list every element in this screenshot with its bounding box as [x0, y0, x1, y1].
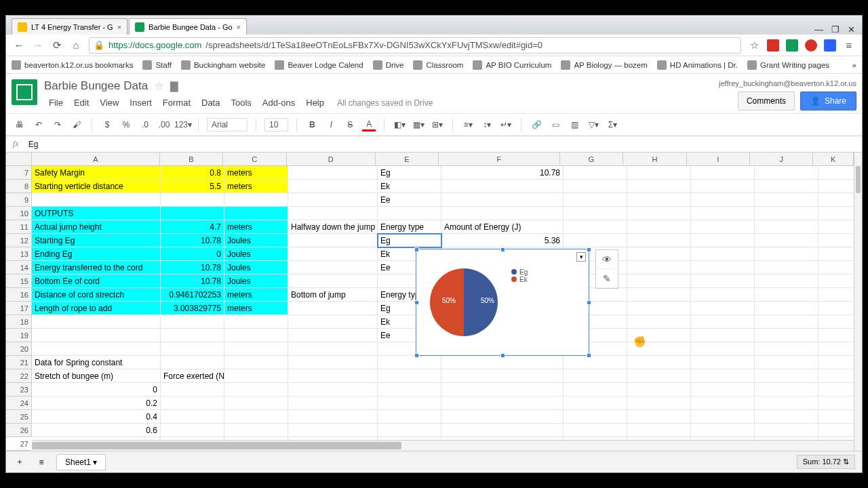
- merge-icon[interactable]: ⊞▾: [431, 118, 444, 131]
- col-header[interactable]: B: [160, 152, 223, 165]
- maximize-icon[interactable]: ❐: [831, 24, 840, 35]
- cell-D11[interactable]: Halfway down the jump: [288, 220, 378, 234]
- star-icon[interactable]: ☆: [155, 80, 163, 92]
- fill-icon[interactable]: ◧▾: [393, 118, 406, 131]
- resize-handle[interactable]: [587, 353, 591, 358]
- col-header[interactable]: E: [376, 152, 439, 165]
- row-header[interactable]: 11: [6, 220, 31, 234]
- user-email[interactable]: jeffrey_buckingham@beaverton.k12.or.us: [719, 79, 856, 87]
- row-header[interactable]: 27: [6, 437, 31, 451]
- ext-icon[interactable]: [786, 39, 798, 52]
- row-header[interactable]: 8: [6, 180, 31, 193]
- bookmark-item[interactable]: AP Biology — bozem: [561, 60, 647, 70]
- bookmark-item[interactable]: HD Animations | Dr.: [657, 60, 738, 70]
- cell-B17[interactable]: 3.003829775: [161, 302, 224, 315]
- menu-format[interactable]: Format: [158, 96, 195, 110]
- cell-B22[interactable]: Force exerted (N): [161, 369, 224, 383]
- cell-B14[interactable]: 10.78: [161, 261, 224, 274]
- row-header[interactable]: 19: [6, 329, 31, 342]
- menu-tools[interactable]: Tools: [226, 96, 256, 110]
- menu-view[interactable]: View: [95, 96, 123, 110]
- quickview-icon[interactable]: 👁: [596, 250, 618, 269]
- cell-A22[interactable]: Stretch of bungee (m): [32, 369, 161, 383]
- link-icon[interactable]: 🔗: [530, 118, 543, 131]
- cell-C14[interactable]: Joules: [224, 261, 288, 274]
- select-all-corner[interactable]: [6, 152, 32, 166]
- cell-A21[interactable]: Data for Spring constant: [32, 356, 161, 369]
- cell-C15[interactable]: Joules: [224, 274, 288, 288]
- sheet-tab[interactable]: Sheet1 ▾: [56, 454, 106, 470]
- vertical-scrollbar[interactable]: [854, 152, 862, 451]
- textcolor-icon[interactable]: A: [362, 118, 376, 131]
- star-icon[interactable]: ☆: [748, 39, 760, 52]
- filter-icon[interactable]: ▽▾: [587, 118, 600, 131]
- row-header[interactable]: 15: [6, 274, 31, 288]
- bookmark-item[interactable]: Staff: [142, 60, 171, 70]
- cell-C7[interactable]: meters: [224, 166, 288, 180]
- font-select[interactable]: Arial: [207, 118, 248, 131]
- close-window-icon[interactable]: ✕: [848, 24, 855, 35]
- cell-F7[interactable]: 10.78: [441, 166, 564, 180]
- bookmark-item[interactable]: Classroom: [413, 60, 463, 70]
- bookmark-item[interactable]: Drive: [373, 60, 404, 70]
- undo-icon[interactable]: ↶: [32, 118, 45, 131]
- chart-icon[interactable]: ▥: [568, 118, 581, 131]
- row-header[interactable]: 16: [6, 288, 31, 302]
- browser-tab[interactable]: Barbie Bungee Data - Go ×: [129, 18, 247, 35]
- cell-A23[interactable]: 0: [32, 383, 161, 396]
- cell-C16[interactable]: meters: [224, 288, 288, 302]
- close-icon[interactable]: ×: [117, 23, 121, 31]
- folder-icon[interactable]: ▇: [170, 80, 178, 92]
- cell-D16[interactable]: Bottom of jump: [288, 288, 378, 302]
- row-header[interactable]: 23: [6, 383, 31, 396]
- cell-C17[interactable]: meters: [224, 302, 288, 315]
- bookmark-item[interactable]: beaverton.k12.or.us bookmarks: [12, 60, 133, 70]
- column-headers[interactable]: ABCDEFGHIJK: [32, 152, 854, 166]
- menu-file[interactable]: File: [44, 96, 68, 110]
- cell-E7[interactable]: Eg: [378, 166, 441, 180]
- row-header[interactable]: 14: [6, 261, 31, 274]
- italic-icon[interactable]: I: [324, 118, 338, 131]
- cell-F11[interactable]: Amount of Energy (J): [441, 220, 564, 234]
- cell-A12[interactable]: Starting Eg: [32, 234, 161, 247]
- comments-button[interactable]: Comments: [738, 92, 795, 110]
- cell-A13[interactable]: Ending Eg: [32, 247, 161, 261]
- cell-A26[interactable]: 0.6: [32, 424, 161, 437]
- edit-chart-icon[interactable]: ✎: [596, 269, 618, 288]
- cell-B13[interactable]: 0: [161, 247, 224, 261]
- resize-handle[interactable]: [587, 300, 591, 305]
- row-header[interactable]: 22: [6, 369, 31, 383]
- row-header[interactable]: 9: [6, 193, 31, 207]
- percent-icon[interactable]: %: [119, 118, 133, 131]
- col-header[interactable]: D: [287, 152, 376, 165]
- menu-data[interactable]: Data: [197, 96, 224, 110]
- row-header[interactable]: 24: [6, 396, 31, 410]
- strike-icon[interactable]: S: [343, 118, 357, 131]
- add-sheet-icon[interactable]: ＋: [13, 455, 26, 469]
- chart-object[interactable]: ▾ EgEk 👁 ✎ 50%50%: [416, 249, 589, 356]
- browser-tab[interactable]: LT 4 Energy Transfer - G ×: [12, 18, 127, 35]
- functions-icon[interactable]: Σ▾: [606, 118, 619, 131]
- row-header[interactable]: 17: [6, 302, 31, 315]
- ext-icon[interactable]: [824, 39, 836, 52]
- cell-A25[interactable]: 0.4: [32, 410, 161, 424]
- col-header[interactable]: H: [623, 152, 686, 165]
- cell-B12[interactable]: 10.78: [161, 234, 224, 247]
- cell-C13[interactable]: Joules: [224, 247, 288, 261]
- col-header[interactable]: J: [750, 152, 813, 165]
- forward-icon[interactable]: →: [32, 39, 44, 52]
- resize-handle[interactable]: [587, 247, 591, 252]
- quicksum-button[interactable]: Sum: 10.72 ⇅: [797, 455, 855, 469]
- home-icon[interactable]: ⌂: [70, 39, 82, 52]
- cell-E9[interactable]: Ee: [378, 193, 441, 207]
- fontsize-select[interactable]: 10: [264, 118, 288, 131]
- border-icon[interactable]: ▦▾: [412, 118, 425, 131]
- print-icon[interactable]: 🖶: [13, 118, 26, 131]
- resize-handle[interactable]: [500, 353, 505, 358]
- menu-icon[interactable]: ≡: [843, 39, 855, 52]
- menu-help[interactable]: Help: [301, 96, 329, 110]
- row-headers[interactable]: 789101112131415161718192021222324252627: [6, 166, 32, 437]
- bookmark-item[interactable]: Beaver Lodge Calend: [275, 60, 363, 70]
- halign-icon[interactable]: ≡▾: [461, 118, 475, 131]
- row-header[interactable]: 20: [6, 342, 31, 356]
